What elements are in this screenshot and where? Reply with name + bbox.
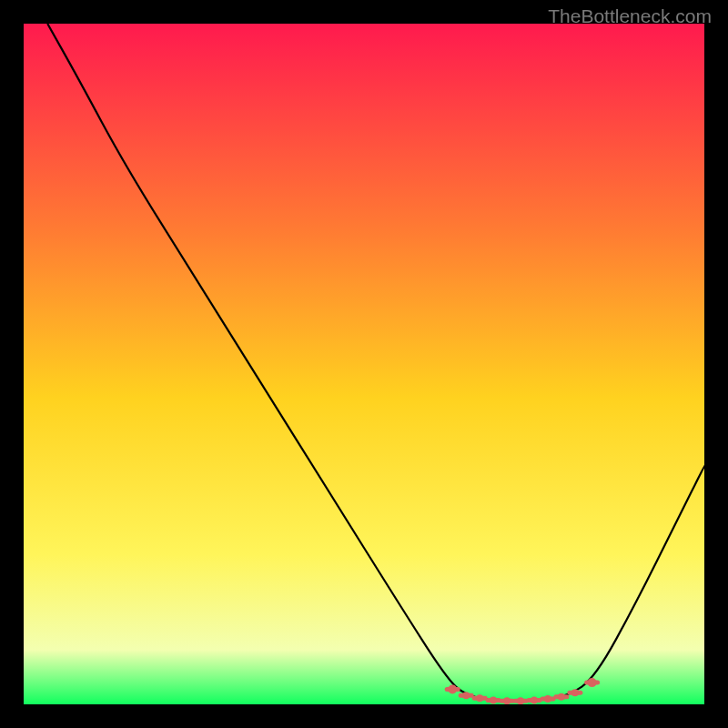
gradient-background (24, 24, 704, 704)
marker-dot (558, 693, 565, 701)
marker-dot (588, 678, 597, 687)
chart-svg (24, 24, 704, 704)
marker-dot (531, 697, 538, 704)
plot-area (24, 24, 704, 704)
marker-dot (544, 695, 551, 703)
marker-dot (571, 689, 579, 696)
chart-container: TheBottleneck.com (0, 0, 728, 728)
marker-dot (476, 694, 483, 702)
marker-dot (517, 697, 524, 704)
marker-dot (490, 697, 497, 704)
marker-dot (462, 692, 470, 699)
marker-dot (448, 685, 457, 694)
watermark-text: TheBottleneck.com (548, 5, 712, 27)
marker-dot (503, 697, 511, 704)
